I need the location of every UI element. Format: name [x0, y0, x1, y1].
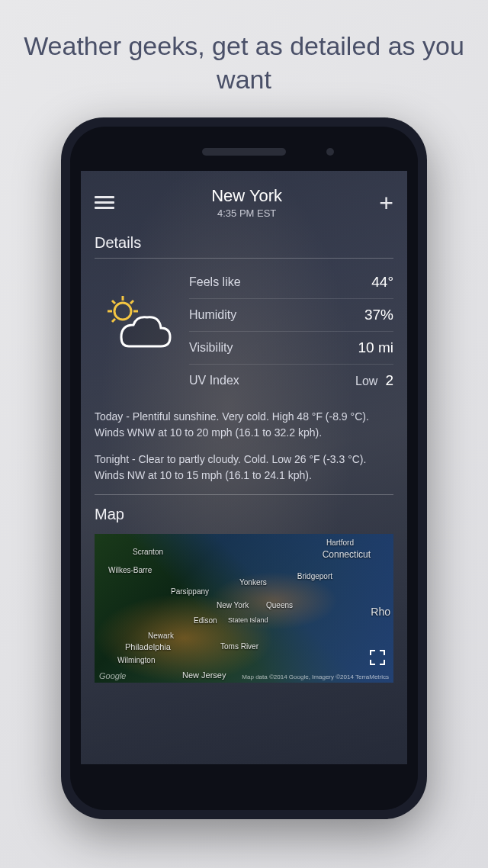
content-area: Details [81, 228, 407, 683]
svg-line-6 [130, 301, 133, 304]
uv-number: 2 [385, 372, 393, 389]
map-attribution-logo: Google [99, 671, 126, 680]
partly-cloudy-icon [95, 266, 178, 381]
speaker-grille [202, 148, 286, 156]
stat-label: UV Index [189, 374, 239, 387]
top-bar: New York 4:35 PM EST + [81, 171, 407, 228]
city-name: New York [211, 186, 282, 206]
map-city-label: Edison [194, 616, 217, 625]
expand-icon[interactable] [369, 649, 386, 666]
map-city-label: New York [217, 601, 249, 609]
map-city-label: Wilmington [117, 656, 155, 664]
svg-line-7 [112, 319, 115, 322]
divider [95, 494, 393, 495]
stats-list: Feels like 44° Humidity 37% Visibility 1… [189, 266, 393, 397]
map-city-label: Queens [266, 601, 293, 609]
promo-tagline: Weather geeks, get as detailed as you wa… [0, 29, 488, 96]
stat-value: 10 mi [358, 339, 393, 356]
forecast-today: Today - Plentiful sunshine. Very cold. H… [95, 409, 393, 441]
map-state-label: Rho [371, 606, 390, 618]
local-time: 4:35 PM EST [211, 207, 282, 219]
stat-visibility: Visibility 10 mi [189, 332, 393, 365]
phone-bezel: New York 4:35 PM EST + Details [70, 127, 418, 810]
menu-icon[interactable] [95, 193, 114, 212]
map-city-label: Yonkers [239, 578, 267, 587]
map-city-label: Hartford [326, 538, 354, 547]
map-city-label: Newark [148, 632, 174, 640]
weather-map[interactable]: Hartford Connecticut Scranton Wilkes-Bar… [95, 534, 393, 683]
location-title[interactable]: New York 4:35 PM EST [211, 186, 282, 219]
map-city-label: Philadelphia [125, 642, 171, 651]
map-state-label: Connecticut [323, 549, 371, 560]
map-city-label: Scranton [133, 548, 163, 556]
map-state-label: New Jersey [182, 670, 226, 680]
map-city-label: Parsippany [171, 587, 209, 596]
stat-label: Visibility [189, 341, 233, 355]
details-heading: Details [95, 234, 393, 259]
uv-word: Low [355, 375, 377, 388]
forecast-text: Today - Plentiful sunshine. Very cold. H… [95, 409, 393, 484]
map-city-label: Toms River [220, 642, 258, 651]
map-attribution-text: Map data ©2014 Google, Imagery ©2014 Ter… [242, 674, 389, 680]
stat-label: Humidity [189, 308, 236, 322]
map-city-label: Bridgeport [297, 572, 332, 580]
map-city-label: Staten Island [228, 616, 268, 624]
stat-label: Feels like [189, 275, 241, 289]
add-location-icon[interactable]: + [379, 191, 393, 215]
map-heading: Map [95, 506, 393, 529]
svg-point-0 [114, 303, 131, 320]
stat-value: 44° [371, 274, 393, 291]
app-screen: New York 4:35 PM EST + Details [81, 171, 407, 764]
map-city-label: Wilkes-Barre [108, 566, 152, 574]
stat-uv-index: UV Index Low 2 [189, 365, 393, 397]
svg-line-5 [112, 301, 115, 304]
stat-feels-like: Feels like 44° [189, 266, 393, 299]
stat-humidity: Humidity 37% [189, 299, 393, 332]
sensor-dot [326, 148, 334, 156]
forecast-tonight: Tonight - Clear to partly cloudy. Cold. … [95, 452, 393, 484]
phone-frame: New York 4:35 PM EST + Details [61, 117, 427, 819]
details-grid: Feels like 44° Humidity 37% Visibility 1… [95, 266, 393, 397]
stat-value: 37% [364, 307, 393, 323]
